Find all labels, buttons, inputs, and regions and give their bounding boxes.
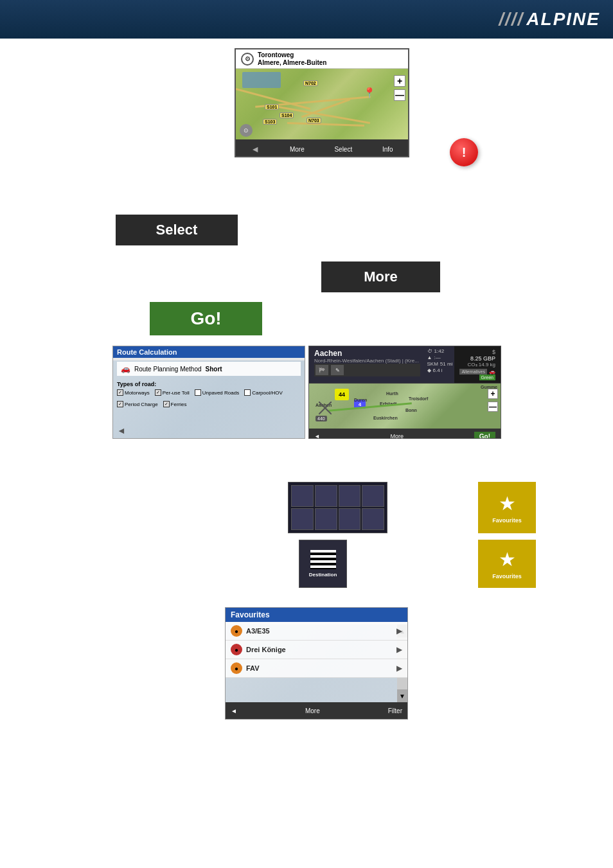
fav-item-arrow-1[interactable]: ▶: [396, 645, 402, 654]
go-button[interactable]: Go!: [150, 302, 262, 335]
nav-icon-2: ✎: [331, 365, 344, 375]
nav-stat-time: ⏱ 1:42: [427, 348, 453, 354]
map-more-button[interactable]: More: [290, 146, 305, 153]
checkbox-period-charge[interactable]: ✓ Period Charge: [117, 401, 158, 407]
fav-star-icon-top: ★: [499, 492, 516, 515]
fav-item-arrow-0[interactable]: ▶: [396, 626, 402, 635]
cb-period-label: Period Charge: [125, 402, 158, 407]
fav-item-icon-0: ●: [231, 625, 242, 637]
nav-map-area: 44 4 Aachen Duren Erfstadt Troisdorf Hur…: [309, 384, 501, 429]
nav-cost-label: $: [492, 349, 495, 355]
settings-icon[interactable]: ⚙: [241, 53, 254, 66]
nav-zoom-plus[interactable]: +: [488, 389, 498, 399]
checkbox-carpool[interactable]: Carpool/HOV: [244, 389, 283, 396]
fav-item-text-1: Drei Könige: [246, 646, 393, 653]
fav-back-button[interactable]: ◄: [231, 707, 237, 714]
grid-cell-3[interactable]: [339, 485, 361, 507]
route-calc-back-button[interactable]: ◄: [117, 425, 126, 436]
fav-list-panel: Favourites ● A3/E35 ▶ ● Drei Könige ▶ ● …: [225, 607, 408, 720]
destination-label: Destination: [309, 572, 337, 578]
map-body: N702 S101 S104 S103 N703 📍 + — ⊙: [236, 69, 408, 139]
grid-cell-5[interactable]: [291, 508, 314, 530]
fav-item-arrow-2[interactable]: ▶: [396, 664, 402, 673]
fav-item-icon-1: ●: [231, 644, 242, 655]
nav-icons-row: 🏁 ✎: [314, 364, 420, 376]
nav-more-button[interactable]: More: [391, 433, 404, 439]
map-troisdorf-label: Troisdorf: [409, 396, 428, 401]
fav-scroll-down[interactable]: ▼: [397, 689, 407, 702]
checkbox-per-use-toll[interactable]: ✓ Per-use Toll: [155, 389, 190, 396]
map-nav-icon[interactable]: ⊙: [240, 124, 253, 137]
map-back-button[interactable]: ◄: [251, 144, 260, 154]
cb-ferries-box[interactable]: ✓: [163, 401, 170, 407]
cb-toll-box[interactable]: ✓: [155, 389, 161, 396]
nav-cost-panel: $ 8.25 GBP CO₂ 14.9 kg Alternatives 🚗 Gr…: [454, 346, 501, 383]
alpine-logo: ////ALPINE: [499, 9, 600, 30]
top-map-panel: ⚙ Torontoweg Almere, Almere-Buiten N702 …: [235, 48, 409, 157]
map-select-button[interactable]: Select: [334, 146, 352, 153]
fav-item-text-0: A3/E35: [246, 627, 393, 635]
fav-star-icon-bottom: ★: [499, 548, 516, 571]
fav-item-1[interactable]: ● Drei Könige ▶: [226, 641, 407, 659]
fav-bottom-label: Favourites: [492, 573, 522, 580]
cb-carpool-label: Carpool/HOV: [252, 390, 283, 396]
checkbox-motorways[interactable]: ✓ Motorways: [117, 389, 150, 396]
cb-motorways-box[interactable]: ✓: [117, 389, 123, 396]
logo-slashes: ////: [499, 9, 524, 29]
map-duren-label: Duren: [354, 398, 367, 402]
map-header: ⚙ Torontoweg Almere, Almere-Buiten: [236, 49, 408, 69]
grid-cell-2[interactable]: [315, 485, 337, 507]
nav-result-top: Aachen Nord-Rhein-Westfalen/Aachen (Stad…: [309, 346, 501, 384]
route-method-label: Route Planning Method: [134, 366, 202, 373]
checkbox-unpaved[interactable]: Unpaved Roads: [195, 389, 239, 396]
fav-item-0[interactable]: ● A3/E35 ▶: [226, 622, 407, 641]
more-button[interactable]: More: [321, 261, 440, 292]
road-label-n703: N703: [306, 118, 321, 123]
map-title: Torontoweg Almere, Almere-Buiten: [258, 51, 326, 67]
cb-carpool-box[interactable]: [244, 389, 251, 396]
nav-city-sub: Nord-Rhein-Westfalen/Aachen (Stadt) | (K…: [314, 358, 420, 364]
grid-cell-6[interactable]: [315, 508, 337, 530]
grid-cell-1[interactable]: [291, 485, 314, 507]
cb-period-box[interactable]: ✓: [117, 401, 123, 407]
nav-zoom-minus[interactable]: —: [488, 402, 498, 412]
nav-co2: CO₂ 14.9 kg: [468, 362, 495, 368]
map-euskirchen-label: Euskirchen: [373, 416, 398, 420]
favourites-bottom-button[interactable]: ★ Favourites: [478, 540, 536, 588]
road-label-n702: N702: [303, 80, 318, 86]
nav-stat-waypoints: ◆ 6.4 i: [427, 368, 453, 373]
favourites-top-button[interactable]: ★ Favourites: [478, 482, 536, 533]
nav-route-type: Green: [479, 375, 495, 380]
fav-filter-button[interactable]: Filter: [388, 707, 402, 714]
route-calc-header: Route Calculation: [113, 346, 305, 358]
nav-alternatives-label: Alternatives: [459, 369, 487, 375]
alert-icon: [450, 138, 478, 166]
fav-list-items: ● A3/E35 ▶ ● Drei Könige ▶ ● FAV ▶: [226, 622, 407, 678]
fav-list-header: Favourites: [226, 608, 407, 622]
cb-toll-label: Per-use Toll: [163, 390, 190, 396]
checkboxes-row: ✓ Motorways ✓ Per-use Toll Unpaved Roads…: [117, 389, 301, 407]
fav-item-2[interactable]: ● FAV ▶: [226, 659, 407, 678]
grid-cell-8[interactable]: [362, 508, 384, 530]
destination-button[interactable]: Destination: [299, 540, 347, 588]
nav-result-panel: Aachen Nord-Rhein-Westfalen/Aachen (Stad…: [308, 346, 501, 439]
select-button[interactable]: Select: [116, 215, 238, 245]
nav-back-button[interactable]: ◄: [314, 433, 320, 439]
road-label-s104: S104: [280, 112, 294, 118]
nav-city-name: Aachen: [314, 349, 420, 358]
road-label-s101: S101: [265, 104, 279, 110]
cb-ferries-label: Ferries: [171, 402, 187, 407]
grid-cell-7[interactable]: [339, 508, 361, 530]
checkbox-ferries[interactable]: ✓ Ferries: [163, 401, 187, 407]
fav-more-button[interactable]: More: [305, 707, 320, 714]
nav-stats: ⏱ 1:42 ▲ :— SKM 51 mi ◆ 6.4 i: [425, 346, 455, 383]
zoom-minus-button[interactable]: —: [394, 89, 405, 101]
zoom-plus-button[interactable]: +: [394, 75, 405, 87]
logo-text: ALPINE: [526, 9, 600, 29]
fav-list-bottom: ◄ More Filter: [226, 702, 407, 719]
road-badge-44: 44: [335, 389, 349, 400]
cb-unpaved-box[interactable]: [195, 389, 201, 396]
nav-go-button[interactable]: Go!: [474, 432, 495, 439]
map-info-button[interactable]: Info: [382, 146, 393, 153]
grid-cell-4[interactable]: [362, 485, 384, 507]
